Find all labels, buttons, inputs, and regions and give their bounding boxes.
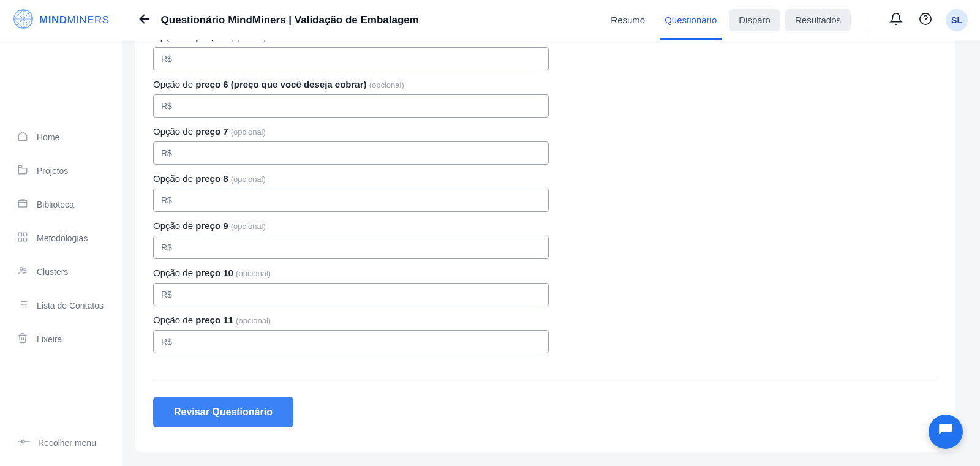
chat-fab[interactable]	[929, 415, 963, 449]
field-label: Opção de preço 11 (opcional)	[153, 315, 937, 325]
sidebar-item-label: Clusters	[37, 267, 68, 277]
back-button[interactable]	[134, 9, 155, 31]
sidebar-item-lista-contatos[interactable]: Lista de Contatos	[0, 288, 123, 322]
trash-icon	[17, 333, 28, 345]
revisar-button[interactable]: Revisar Questionário	[153, 397, 293, 427]
avatar[interactable]: SL	[946, 9, 968, 31]
field-label: Opção de preço 10 (opcional)	[153, 268, 937, 278]
help-button[interactable]	[916, 10, 935, 30]
home-icon	[17, 130, 28, 143]
input-preco-6[interactable]	[153, 94, 549, 118]
svg-rect-10	[18, 201, 27, 208]
folder-icon	[17, 164, 28, 177]
sidebar-item-label: Lixeira	[37, 334, 62, 344]
form-card: Opção de preço 5 (opcional) Opção de pre…	[135, 40, 956, 452]
field-preco-5: Opção de preço 5 (opcional)	[153, 40, 937, 70]
collapse-icon	[17, 437, 31, 448]
logo-text: MINDMINERS	[39, 14, 110, 26]
field-label: Opção de preço 5 (opcional)	[153, 40, 937, 42]
sidebar: Home Projetos Biblioteca Metodologias Cl…	[0, 40, 123, 466]
field-label: Opção de preço 9 (opcional)	[153, 220, 937, 231]
sidebar-item-label: Projetos	[37, 166, 68, 176]
arrow-left-icon	[138, 12, 151, 28]
main-content: Opção de preço 5 (opcional) Opção de pre…	[123, 40, 980, 466]
tab-resultados[interactable]: Resultados	[785, 9, 851, 31]
sidebar-collapse-label: Recolher menu	[38, 438, 96, 448]
sidebar-item-label: Home	[37, 132, 59, 142]
input-preco-7[interactable]	[153, 141, 549, 165]
list-icon	[17, 299, 28, 312]
field-preco-11: Opção de preço 11 (opcional)	[153, 315, 937, 353]
tab-resumo[interactable]: Resumo	[601, 0, 655, 40]
chat-icon	[938, 423, 954, 441]
input-preco-5[interactable]	[153, 47, 549, 70]
sidebar-collapse[interactable]: Recolher menu	[0, 425, 123, 466]
sidebar-item-metodologias[interactable]: Metodologias	[0, 221, 123, 255]
header: MINDMINERS Questionário MindMiners | Val…	[0, 0, 980, 40]
logo[interactable]: MINDMINERS	[12, 8, 110, 32]
field-label: Opção de preço 6 (preço que você deseja …	[153, 79, 937, 89]
grid-icon	[17, 231, 28, 244]
sidebar-item-biblioteca[interactable]: Biblioteca	[0, 187, 123, 221]
svg-rect-14	[24, 238, 27, 241]
tabs: Resumo Questionário Disparo Resultados	[601, 0, 853, 40]
header-actions: SL	[872, 8, 968, 32]
input-preco-11[interactable]	[153, 330, 549, 353]
tab-questionario[interactable]: Questionário	[655, 0, 726, 40]
svg-rect-12	[24, 233, 27, 236]
field-label: Opção de preço 8 (opcional)	[153, 173, 937, 184]
divider	[153, 378, 937, 378]
sidebar-item-clusters[interactable]: Clusters	[0, 255, 123, 288]
bell-icon	[889, 12, 903, 28]
logo-mark-icon	[12, 8, 34, 32]
field-preco-9: Opção de preço 9 (opcional)	[153, 220, 937, 259]
input-preco-10[interactable]	[153, 283, 549, 306]
sidebar-item-label: Metodologias	[37, 233, 88, 243]
sidebar-item-home[interactable]: Home	[0, 120, 123, 154]
notifications-button[interactable]	[887, 10, 905, 30]
input-preco-9[interactable]	[153, 236, 549, 259]
field-preco-7: Opção de preço 7 (opcional)	[153, 126, 937, 165]
svg-rect-13	[18, 238, 21, 241]
sidebar-item-projetos[interactable]: Projetos	[0, 154, 123, 187]
sidebar-item-label: Biblioteca	[37, 200, 74, 209]
input-preco-8[interactable]	[153, 189, 549, 212]
library-icon	[17, 198, 28, 211]
users-icon	[17, 265, 28, 278]
sidebar-item-lixeira[interactable]: Lixeira	[0, 322, 123, 356]
field-preco-8: Opção de preço 8 (opcional)	[153, 173, 937, 212]
svg-point-15	[20, 268, 23, 271]
help-icon	[919, 12, 932, 28]
field-label: Opção de preço 7 (opcional)	[153, 126, 937, 137]
page-title: Questionário MindMiners | Validação de E…	[161, 14, 419, 26]
field-preco-6: Opção de preço 6 (preço que você deseja …	[153, 79, 937, 118]
svg-point-16	[24, 268, 26, 271]
sidebar-item-label: Lista de Contatos	[37, 301, 104, 310]
svg-rect-11	[18, 233, 21, 236]
field-preco-10: Opção de preço 10 (opcional)	[153, 268, 937, 306]
tab-disparo[interactable]: Disparo	[729, 9, 780, 31]
